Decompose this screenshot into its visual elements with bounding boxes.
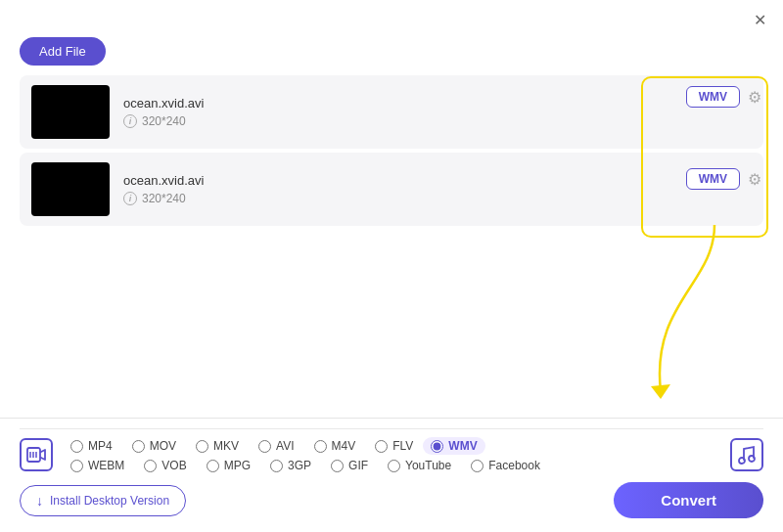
divider <box>20 428 763 429</box>
radio-webm[interactable]: WEBM <box>61 459 134 472</box>
close-button[interactable]: ✕ <box>750 10 769 29</box>
settings-icon-2[interactable]: ⚙ <box>748 170 761 189</box>
radio-mkv[interactable]: MKV <box>186 439 249 453</box>
convert-button[interactable]: Convert <box>614 482 763 518</box>
file-meta-1: i 320*240 <box>123 114 752 128</box>
radio-gif[interactable]: GIF <box>321 459 378 472</box>
radio-3gp[interactable]: 3GP <box>260 459 321 472</box>
arrow-indicator <box>631 225 729 401</box>
radio-mov[interactable]: MOV <box>122 439 186 453</box>
install-button[interactable]: ↓ Install Desktop Version <box>20 485 186 516</box>
download-icon: ↓ <box>36 493 43 509</box>
formats-row-1: MP4 MOV MKV AVI M4V <box>61 437 722 455</box>
settings-icon-1[interactable]: ⚙ <box>748 88 761 107</box>
formats-rows: MP4 MOV MKV AVI M4V <box>61 437 722 472</box>
format-bar: MP4 MOV MKV AVI M4V <box>0 418 783 532</box>
radio-youtube[interactable]: YouTube <box>378 459 461 472</box>
radio-flv[interactable]: FLV <box>365 439 423 453</box>
header: Add File <box>0 29 783 75</box>
svg-point-5 <box>739 458 745 464</box>
file-resolution-2: 320*240 <box>142 192 186 205</box>
title-bar: ✕ <box>0 0 783 29</box>
file-actions-2: WMV ⚙ <box>686 168 761 190</box>
radio-facebook[interactable]: Facebook <box>461 459 550 472</box>
radio-m4v[interactable]: M4V <box>304 439 366 453</box>
file-info-2: ocean.xvid.avi i 320*240 <box>123 173 752 205</box>
radio-mp4[interactable]: MP4 <box>61 439 122 453</box>
file-thumbnail-1 <box>31 85 110 139</box>
radio-mpg[interactable]: MPG <box>197 459 260 472</box>
add-file-button[interactable]: Add File <box>20 37 106 66</box>
svg-marker-0 <box>651 384 670 399</box>
info-icon-1: i <box>123 114 137 128</box>
info-icon-2: i <box>123 192 137 205</box>
format-badge-2[interactable]: WMV <box>686 168 740 190</box>
file-item-1: ocean.xvid.avi i 320*240 <box>20 75 763 149</box>
svg-point-6 <box>749 456 755 462</box>
file-name-2: ocean.xvid.avi <box>123 173 752 188</box>
file-meta-2: i 320*240 <box>123 192 752 205</box>
radio-vob[interactable]: VOB <box>134 459 196 472</box>
audio-format-icon[interactable] <box>730 438 763 471</box>
radio-wmv[interactable]: WMV <box>423 437 484 455</box>
file-resolution-1: 320*240 <box>142 114 186 128</box>
file-item-2: ocean.xvid.avi i 320*240 <box>20 153 763 226</box>
format-badge-1[interactable]: WMV <box>686 86 740 108</box>
file-thumbnail-2 <box>31 162 110 216</box>
video-format-icon[interactable] <box>20 438 53 471</box>
formats-row-2: WEBM VOB MPG 3GP GIF <box>61 459 722 472</box>
file-actions-1: WMV ⚙ <box>686 86 761 108</box>
bottom-actions: ↓ Install Desktop Version Convert <box>20 482 763 518</box>
radio-avi[interactable]: AVI <box>249 439 303 453</box>
file-name-1: ocean.xvid.avi <box>123 96 752 111</box>
file-info-1: ocean.xvid.avi i 320*240 <box>123 96 752 128</box>
file-list: ocean.xvid.avi i 320*240 ocean.xvid.avi … <box>0 75 783 226</box>
